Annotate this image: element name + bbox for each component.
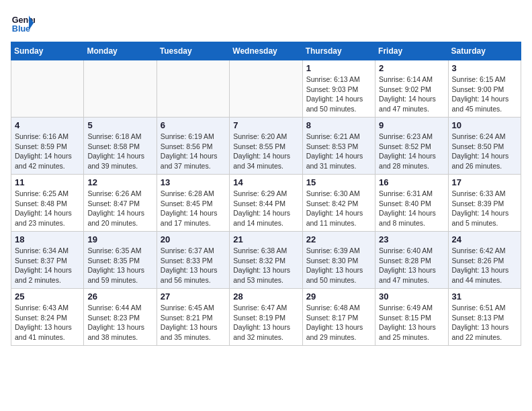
week-row-2: 4Sunrise: 6:16 AM Sunset: 8:59 PM Daylig… xyxy=(11,118,521,175)
weekday-header-row: SundayMondayTuesdayWednesdayThursdayFrid… xyxy=(11,42,521,60)
day-cell-14: 14Sunrise: 6:29 AM Sunset: 8:44 PM Dayli… xyxy=(230,175,302,232)
day-number: 13 xyxy=(161,177,226,187)
page-header: General Blue xyxy=(11,11,521,35)
empty-cell xyxy=(84,60,157,118)
day-number: 7 xyxy=(233,120,298,130)
day-cell-6: 6Sunrise: 6:19 AM Sunset: 8:56 PM Daylig… xyxy=(157,118,229,175)
day-info: Sunrise: 6:14 AM Sunset: 9:02 PM Dayligh… xyxy=(379,75,444,114)
day-info: Sunrise: 6:43 AM Sunset: 8:24 PM Dayligh… xyxy=(15,303,80,342)
weekday-header-saturday: Saturday xyxy=(448,42,521,60)
day-cell-15: 15Sunrise: 6:30 AM Sunset: 8:42 PM Dayli… xyxy=(302,175,375,232)
weekday-header-sunday: Sunday xyxy=(11,42,84,60)
day-info: Sunrise: 6:13 AM Sunset: 9:03 PM Dayligh… xyxy=(306,75,371,114)
day-cell-29: 29Sunrise: 6:48 AM Sunset: 8:17 PM Dayli… xyxy=(302,289,375,346)
day-cell-27: 27Sunrise: 6:45 AM Sunset: 8:21 PM Dayli… xyxy=(157,289,229,346)
day-number: 11 xyxy=(15,177,80,187)
day-number: 25 xyxy=(15,291,80,302)
day-number: 17 xyxy=(452,177,517,187)
day-cell-8: 8Sunrise: 6:21 AM Sunset: 8:53 PM Daylig… xyxy=(302,118,375,175)
day-number: 28 xyxy=(233,291,298,302)
day-info: Sunrise: 6:23 AM Sunset: 8:52 PM Dayligh… xyxy=(379,132,444,171)
empty-cell xyxy=(11,60,84,118)
day-info: Sunrise: 6:21 AM Sunset: 8:53 PM Dayligh… xyxy=(306,132,371,171)
day-cell-9: 9Sunrise: 6:23 AM Sunset: 8:52 PM Daylig… xyxy=(375,118,448,175)
day-number: 24 xyxy=(452,234,517,244)
day-cell-28: 28Sunrise: 6:47 AM Sunset: 8:19 PM Dayli… xyxy=(230,289,302,346)
day-info: Sunrise: 6:39 AM Sunset: 8:30 PM Dayligh… xyxy=(306,246,371,285)
weekday-header-wednesday: Wednesday xyxy=(230,42,302,60)
day-cell-26: 26Sunrise: 6:44 AM Sunset: 8:23 PM Dayli… xyxy=(84,289,157,346)
weekday-header-tuesday: Tuesday xyxy=(157,42,229,60)
day-info: Sunrise: 6:19 AM Sunset: 8:56 PM Dayligh… xyxy=(161,132,226,171)
day-cell-18: 18Sunrise: 6:34 AM Sunset: 8:37 PM Dayli… xyxy=(11,232,84,289)
day-cell-12: 12Sunrise: 6:26 AM Sunset: 8:47 PM Dayli… xyxy=(84,175,157,232)
day-cell-13: 13Sunrise: 6:28 AM Sunset: 8:45 PM Dayli… xyxy=(157,175,229,232)
day-number: 14 xyxy=(233,177,298,187)
day-cell-5: 5Sunrise: 6:18 AM Sunset: 8:58 PM Daylig… xyxy=(84,118,157,175)
week-row-4: 18Sunrise: 6:34 AM Sunset: 8:37 PM Dayli… xyxy=(11,232,521,289)
day-cell-30: 30Sunrise: 6:49 AM Sunset: 8:15 PM Dayli… xyxy=(375,289,448,346)
day-number: 3 xyxy=(452,63,517,73)
day-info: Sunrise: 6:30 AM Sunset: 8:42 PM Dayligh… xyxy=(306,189,371,228)
day-number: 30 xyxy=(379,291,444,302)
day-info: Sunrise: 6:34 AM Sunset: 8:37 PM Dayligh… xyxy=(15,246,80,285)
day-number: 20 xyxy=(161,234,226,244)
day-number: 12 xyxy=(87,177,152,187)
weekday-header-thursday: Thursday xyxy=(302,42,375,60)
day-number: 8 xyxy=(306,120,371,130)
day-number: 18 xyxy=(15,234,80,244)
day-info: Sunrise: 6:38 AM Sunset: 8:32 PM Dayligh… xyxy=(233,246,298,285)
day-info: Sunrise: 6:29 AM Sunset: 8:44 PM Dayligh… xyxy=(233,189,298,228)
day-cell-24: 24Sunrise: 6:42 AM Sunset: 8:26 PM Dayli… xyxy=(448,232,521,289)
day-info: Sunrise: 6:40 AM Sunset: 8:28 PM Dayligh… xyxy=(379,246,444,285)
day-cell-3: 3Sunrise: 6:15 AM Sunset: 9:00 PM Daylig… xyxy=(448,60,521,118)
week-row-1: 1Sunrise: 6:13 AM Sunset: 9:03 PM Daylig… xyxy=(11,60,521,118)
day-cell-31: 31Sunrise: 6:51 AM Sunset: 8:13 PM Dayli… xyxy=(448,289,521,346)
day-info: Sunrise: 6:48 AM Sunset: 8:17 PM Dayligh… xyxy=(306,303,371,342)
day-info: Sunrise: 6:24 AM Sunset: 8:50 PM Dayligh… xyxy=(452,132,517,171)
day-number: 27 xyxy=(161,291,226,302)
week-row-5: 25Sunrise: 6:43 AM Sunset: 8:24 PM Dayli… xyxy=(11,289,521,346)
day-number: 4 xyxy=(15,120,80,130)
day-number: 5 xyxy=(87,120,152,130)
calendar-table: SundayMondayTuesdayWednesdayThursdayFrid… xyxy=(11,42,521,346)
day-info: Sunrise: 6:51 AM Sunset: 8:13 PM Dayligh… xyxy=(452,303,517,342)
day-number: 21 xyxy=(233,234,298,244)
day-cell-4: 4Sunrise: 6:16 AM Sunset: 8:59 PM Daylig… xyxy=(11,118,84,175)
day-info: Sunrise: 6:42 AM Sunset: 8:26 PM Dayligh… xyxy=(452,246,517,285)
day-cell-25: 25Sunrise: 6:43 AM Sunset: 8:24 PM Dayli… xyxy=(11,289,84,346)
week-row-3: 11Sunrise: 6:25 AM Sunset: 8:48 PM Dayli… xyxy=(11,175,521,232)
svg-text:Blue: Blue xyxy=(12,24,30,34)
day-number: 2 xyxy=(379,63,444,73)
day-info: Sunrise: 6:16 AM Sunset: 8:59 PM Dayligh… xyxy=(15,132,80,171)
day-info: Sunrise: 6:28 AM Sunset: 8:45 PM Dayligh… xyxy=(161,189,226,228)
day-cell-21: 21Sunrise: 6:38 AM Sunset: 8:32 PM Dayli… xyxy=(230,232,302,289)
day-number: 9 xyxy=(379,120,444,130)
day-number: 26 xyxy=(87,291,152,302)
day-info: Sunrise: 6:18 AM Sunset: 8:58 PM Dayligh… xyxy=(87,132,152,171)
day-number: 6 xyxy=(161,120,226,130)
logo: General Blue xyxy=(11,11,35,35)
day-cell-2: 2Sunrise: 6:14 AM Sunset: 9:02 PM Daylig… xyxy=(375,60,448,118)
day-info: Sunrise: 6:44 AM Sunset: 8:23 PM Dayligh… xyxy=(87,303,152,342)
day-cell-20: 20Sunrise: 6:37 AM Sunset: 8:33 PM Dayli… xyxy=(157,232,229,289)
empty-cell xyxy=(157,60,229,118)
day-info: Sunrise: 6:26 AM Sunset: 8:47 PM Dayligh… xyxy=(87,189,152,228)
day-number: 23 xyxy=(379,234,444,244)
day-info: Sunrise: 6:25 AM Sunset: 8:48 PM Dayligh… xyxy=(15,189,80,228)
day-number: 22 xyxy=(306,234,371,244)
empty-cell xyxy=(230,60,302,118)
day-number: 19 xyxy=(87,234,152,244)
day-info: Sunrise: 6:31 AM Sunset: 8:40 PM Dayligh… xyxy=(379,189,444,228)
day-number: 10 xyxy=(452,120,517,130)
day-info: Sunrise: 6:33 AM Sunset: 8:39 PM Dayligh… xyxy=(452,189,517,228)
day-info: Sunrise: 6:47 AM Sunset: 8:19 PM Dayligh… xyxy=(233,303,298,342)
day-cell-19: 19Sunrise: 6:35 AM Sunset: 8:35 PM Dayli… xyxy=(84,232,157,289)
day-cell-10: 10Sunrise: 6:24 AM Sunset: 8:50 PM Dayli… xyxy=(448,118,521,175)
day-cell-17: 17Sunrise: 6:33 AM Sunset: 8:39 PM Dayli… xyxy=(448,175,521,232)
day-cell-7: 7Sunrise: 6:20 AM Sunset: 8:55 PM Daylig… xyxy=(230,118,302,175)
day-number: 31 xyxy=(452,291,517,302)
day-number: 16 xyxy=(379,177,444,187)
day-info: Sunrise: 6:15 AM Sunset: 9:00 PM Dayligh… xyxy=(452,75,517,114)
day-number: 29 xyxy=(306,291,371,302)
